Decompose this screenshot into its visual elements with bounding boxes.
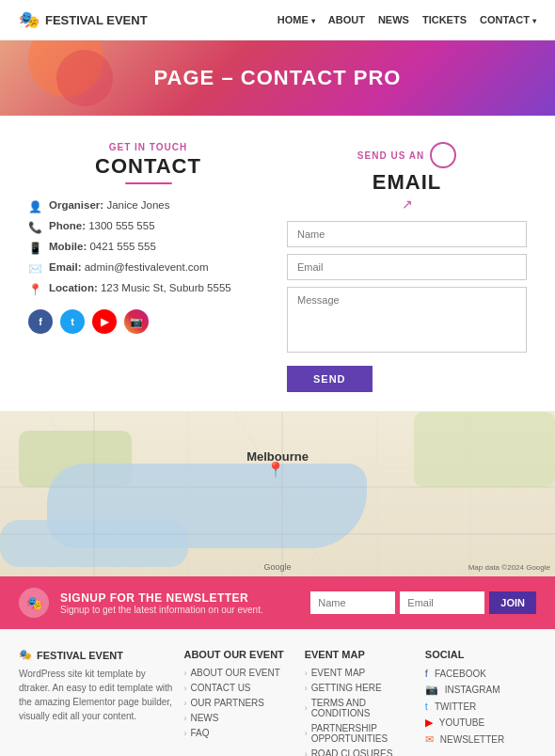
footer-link-instagram[interactable]: 📷INSTAGRAM (425, 684, 536, 696)
contact-organiser: 👤 Organiser: Janice Jones (28, 199, 268, 213)
footer-social-links: fFACEBOOK 📷INSTAGRAM tTWITTER ▶YOUTUBE ✉… (425, 668, 536, 746)
contact-form: SEND (287, 221, 527, 392)
instagram-icon[interactable]: 📷 (124, 309, 149, 334)
footer-about-links: ›ABOUT OUR EVENT ›CONTACT US ›OUR PARTNE… (183, 668, 294, 738)
main-nav: HOME ▾ ABOUT NEWS TICKETS CONTACT ▾ (278, 14, 536, 25)
message-input[interactable] (287, 287, 527, 353)
footer-link-terms[interactable]: ›TERMS AND CONDITIONS (305, 698, 416, 718)
logo[interactable]: 🎭 FESTIVAL EVENT (19, 9, 148, 30)
footer-logo-text: FESTIVAL EVENT (37, 650, 123, 661)
footer-social-title: SOCIAL (425, 649, 536, 660)
location-icon: 📍 (28, 283, 42, 296)
footer-about-col: ABOUT OUR EVENT ›ABOUT OUR EVENT ›CONTAC… (183, 649, 294, 756)
contact-section: GET IN TOUCH CONTACT 👤 Organiser: Janice… (0, 116, 555, 411)
mobile-icon: 📱 (28, 242, 42, 255)
organiser-text: Organiser: Janice Jones (49, 199, 170, 211)
map-copyright: Map data ©2024 Google (468, 563, 550, 572)
contact-right: SEND US AN EMAIL ↗ SEND (287, 142, 527, 392)
nav-home[interactable]: HOME ▾ (278, 14, 315, 25)
twitter-icon[interactable]: t (60, 309, 85, 334)
footer-link-about[interactable]: ›ABOUT OUR EVENT (183, 668, 294, 678)
contact-underline (125, 182, 172, 184)
newsletter-form: JOIN (310, 591, 536, 614)
footer: 🎭 FESTIVAL EVENT WordPress site kit temp… (0, 629, 555, 756)
footer-link-road[interactable]: ›ROAD CLOSURES (305, 748, 416, 756)
send-us-an-label: SEND US AN (287, 142, 527, 168)
message-field-group (287, 287, 527, 355)
organiser-icon: 👤 (28, 200, 42, 213)
email-text: Email: admin@festivalevent.com (49, 261, 209, 273)
footer-social-col: SOCIAL fFACEBOOK 📷INSTAGRAM tTWITTER ▶YO… (425, 649, 536, 756)
hero-deco2 (56, 50, 113, 106)
contact-email: ✉️ Email: admin@festivalevent.com (28, 261, 268, 276)
email-icon: ✉️ (28, 262, 42, 276)
contact-info-list: 👤 Organiser: Janice Jones 📞 Phone: 1300 … (28, 199, 268, 296)
footer-link-newsletter[interactable]: ✉NEWSLETTER (425, 733, 536, 746)
header: 🎭 FESTIVAL EVENT HOME ▾ ABOUT NEWS TICKE… (0, 0, 555, 40)
footer-link-eventmap[interactable]: ›EVENT MAP (305, 668, 416, 678)
footer-link-youtube[interactable]: ▶YOUTUBE (425, 717, 536, 729)
map-pin: 📍 (266, 461, 285, 479)
contact-mobile: 📱 Mobile: 0421 555 555 (28, 241, 268, 255)
footer-description: WordPress site kit template by dtraker. … (19, 667, 174, 723)
map-container: Melbourne 📍 Google Map data ©2024 Google (0, 412, 555, 576)
newsletter-name-input[interactable] (310, 591, 395, 614)
newsletter-email-input[interactable] (400, 591, 484, 614)
nav-contact[interactable]: CONTACT ▾ (480, 14, 536, 25)
footer-link-faq[interactable]: ›FAQ (183, 728, 294, 738)
send-button[interactable]: SEND (287, 366, 373, 392)
contact-left: GET IN TOUCH CONTACT 👤 Organiser: Janice… (28, 142, 268, 392)
contact-title: CONTACT (28, 154, 268, 179)
email-input[interactable] (287, 254, 527, 280)
footer-brand-col: 🎭 FESTIVAL EVENT WordPress site kit temp… (19, 649, 174, 756)
phone-icon: 📞 (28, 221, 42, 234)
footer-link-news[interactable]: ›NEWS (183, 713, 294, 723)
hero-title: PAGE – CONTACT PRO (154, 66, 402, 90)
footer-logo-icon: 🎭 (19, 649, 32, 661)
mobile-text: Mobile: 0421 555 555 (49, 241, 156, 252)
newsletter-icon: 🎭 (19, 588, 49, 618)
email-title: EMAIL (287, 170, 527, 195)
newsletter-join-button[interactable]: JOIN (489, 591, 536, 614)
hero-banner: PAGE – CONTACT PRO (0, 40, 555, 116)
map-background: Melbourne 📍 Google Map data ©2024 Google (0, 412, 555, 576)
newsletter-bar: 🎭 SIGNUP FOR THE NEWSLETTER Signup to ge… (0, 576, 555, 629)
contact-phone: 📞 Phone: 1300 555 555 (28, 220, 268, 234)
nav-tickets[interactable]: TICKETS (422, 14, 467, 25)
facebook-icon[interactable]: f (28, 309, 53, 334)
social-icons: f t ▶ 📷 (28, 309, 268, 334)
youtube-icon[interactable]: ▶ (92, 309, 117, 334)
footer-link-facebook[interactable]: fFACEBOOK (425, 668, 536, 679)
newsletter-title: SIGNUP FOR THE NEWSLETTER (60, 591, 299, 605)
phone-text: Phone: 1300 555 555 (49, 220, 155, 231)
footer-link-partners[interactable]: ›OUR PARTNERS (183, 698, 294, 708)
footer-link-contact[interactable]: ›CONTACT US (183, 683, 294, 693)
map-google-label: Google (263, 562, 291, 572)
get-in-touch-label: GET IN TOUCH (28, 142, 268, 152)
nav-news[interactable]: NEWS (378, 14, 409, 25)
contact-location: 📍 Location: 123 Music St, Suburb 5555 (28, 282, 268, 296)
email-arrow-deco: ↗ (287, 197, 527, 212)
footer-map-title: EVENT MAP (305, 649, 416, 660)
newsletter-subtitle: Signup to get the latest information on … (60, 605, 299, 615)
map-roads-svg (0, 412, 555, 576)
footer-logo[interactable]: 🎭 FESTIVAL EVENT (19, 649, 174, 661)
footer-link-getting-here[interactable]: ›GETTING HERE (305, 683, 416, 693)
nav-about[interactable]: ABOUT (328, 14, 365, 25)
footer-top: 🎭 FESTIVAL EVENT WordPress site kit temp… (19, 649, 536, 756)
email-circle-deco (430, 142, 456, 168)
email-field-group (287, 254, 527, 280)
location-text: Location: 123 Music St, Suburb 5555 (49, 282, 231, 293)
footer-about-title: ABOUT OUR EVENT (183, 649, 294, 660)
footer-link-twitter[interactable]: tTWITTER (425, 701, 536, 712)
logo-text: FESTIVAL EVENT (45, 13, 148, 27)
footer-link-partnership[interactable]: ›PARTNERSHIP OPPORTUNITIES (305, 723, 416, 744)
name-input[interactable] (287, 221, 527, 247)
name-field-group (287, 221, 527, 247)
newsletter-text: SIGNUP FOR THE NEWSLETTER Signup to get … (60, 591, 299, 615)
logo-icon: 🎭 (19, 9, 40, 30)
footer-map-col: EVENT MAP ›EVENT MAP ›GETTING HERE ›TERM… (305, 649, 416, 756)
footer-map-links: ›EVENT MAP ›GETTING HERE ›TERMS AND COND… (305, 668, 416, 756)
